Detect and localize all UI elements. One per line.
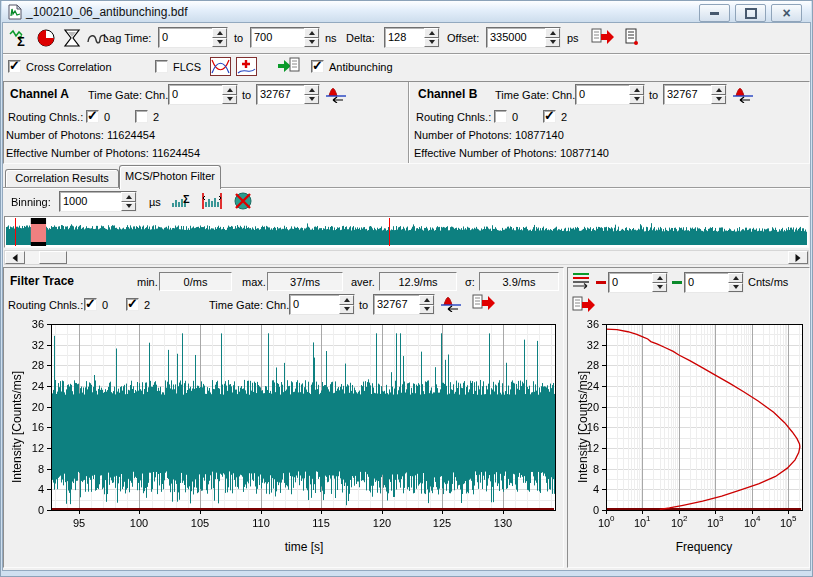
filter-to-label: to bbox=[359, 299, 368, 312]
scroll-right-button[interactable] bbox=[788, 251, 808, 264]
export-icon[interactable] bbox=[591, 28, 615, 46]
lower-level-field[interactable]: 0 bbox=[608, 272, 668, 293]
close-button[interactable]: × bbox=[771, 4, 802, 22]
antibunching-checkbox[interactable] bbox=[311, 60, 324, 73]
delta-field[interactable]: 128 bbox=[384, 27, 440, 48]
tab-mcs-photon-filter[interactable]: MCS/Photon Filter bbox=[119, 165, 221, 189]
channel-a-title: Channel A bbox=[10, 88, 69, 101]
channel-b-routing-label: Routing Chnls.: bbox=[416, 111, 491, 124]
restore-button[interactable] bbox=[735, 4, 766, 22]
ns-label: ns bbox=[325, 32, 337, 45]
sigma-value: 3.9/ms bbox=[479, 272, 559, 291]
channel-a-gate-from-field[interactable]: 0 bbox=[168, 84, 238, 105]
filter-gate-from-field[interactable]: 0 bbox=[289, 294, 355, 315]
channel-divider bbox=[408, 82, 410, 163]
mcs-range-icon[interactable] bbox=[201, 191, 223, 211]
channel-b-title: Channel B bbox=[418, 88, 477, 101]
tab-correlation-results[interactable]: Correlation Results bbox=[5, 169, 119, 188]
offset-field[interactable]: 335000 bbox=[486, 27, 561, 48]
lag-to-field[interactable]: 700 bbox=[250, 27, 320, 48]
min-value: 0/ms bbox=[159, 272, 232, 291]
delta-spinner[interactable] bbox=[424, 28, 439, 47]
aver-label: aver. bbox=[351, 276, 375, 289]
filter-gate-to-field[interactable]: 32767 bbox=[373, 294, 435, 315]
flcs-checkbox[interactable] bbox=[155, 60, 168, 73]
min-label: min. bbox=[137, 276, 158, 289]
overview-scrollbar[interactable] bbox=[4, 250, 809, 265]
overview-trace-canvas[interactable] bbox=[6, 218, 807, 246]
binning-spinner[interactable] bbox=[121, 192, 136, 211]
binning-field[interactable]: 1000 bbox=[59, 191, 137, 212]
filter-timegate-label: Time Gate: Chn. bbox=[209, 299, 289, 312]
app-window: _100210_06_antibunching.bdf × Σ Lag Time… bbox=[0, 0, 813, 577]
exit-icon[interactable] bbox=[623, 28, 641, 46]
channel-b-routing-0-checkbox[interactable] bbox=[494, 110, 507, 123]
export-icon[interactable] bbox=[572, 296, 596, 314]
cross-correlation-label: Cross Correlation bbox=[26, 61, 112, 74]
offset-label: Offset: bbox=[447, 32, 479, 45]
lag-to-spinner[interactable] bbox=[304, 28, 319, 47]
channel-a-routing-0-label: 0 bbox=[104, 111, 110, 124]
lag-from-field[interactable]: 0 bbox=[158, 27, 228, 48]
channel-b-routing-2-label: 2 bbox=[561, 111, 567, 124]
mcs-y-axis-title: Intensity [Counts/ms] bbox=[10, 371, 24, 483]
channel-b-gate-from-field[interactable]: 0 bbox=[575, 84, 645, 105]
time-gate-icon[interactable] bbox=[325, 84, 347, 103]
discard-icon[interactable] bbox=[233, 191, 254, 211]
channel-a-timegate-label: Time Gate: Chn. bbox=[88, 89, 168, 102]
client-area: Σ Lag Time: 0 to 700 ns Delta: 128 Offse… bbox=[3, 23, 810, 570]
title-bar[interactable]: _100210_06_antibunching.bdf × bbox=[2, 1, 811, 22]
ps-label: ps bbox=[567, 32, 579, 45]
channel-a-routing-2-checkbox[interactable] bbox=[135, 110, 148, 123]
channel-a-routing-0-checkbox[interactable] bbox=[86, 110, 99, 123]
upper-level-field[interactable]: 0 bbox=[684, 272, 744, 293]
freq-x-axis-title: Frequency bbox=[634, 541, 774, 554]
filter-routing-2-checkbox[interactable] bbox=[126, 298, 139, 311]
time-gate-icon[interactable] bbox=[732, 84, 754, 103]
channel-b-eff-photons: Effective Number of Photons: 10877140 bbox=[414, 147, 609, 160]
correlate-sum-icon[interactable]: Σ bbox=[9, 28, 31, 48]
lower-level-dash-icon bbox=[596, 281, 606, 284]
time-gate-icon[interactable] bbox=[440, 293, 462, 312]
toolbar-separator bbox=[3, 53, 810, 55]
mcs-x-axis-title: time [s] bbox=[234, 541, 374, 554]
channel-b-routing-0-label: 0 bbox=[512, 111, 518, 124]
channel-b-gate-to-field[interactable]: 32767 bbox=[663, 84, 727, 105]
antibunching-label: Antibunching bbox=[329, 61, 393, 74]
scroll-thumb[interactable] bbox=[39, 251, 67, 264]
svg-text:Σ: Σ bbox=[183, 193, 190, 205]
filter-trace-panel: Filter Trace min. 0/ms max. 37/ms aver. … bbox=[3, 267, 564, 568]
window-title: _100210_06_antibunching.bdf bbox=[26, 5, 187, 19]
minimize-button[interactable] bbox=[699, 4, 730, 22]
max-label: max. bbox=[242, 276, 266, 289]
import-doc-icon[interactable] bbox=[277, 57, 301, 75]
level-lines-icon[interactable] bbox=[572, 272, 592, 290]
binning-label: Binning: bbox=[11, 196, 51, 209]
filter-routing-0-label: 0 bbox=[102, 299, 108, 312]
mcs-trace-chart[interactable] bbox=[7, 318, 561, 540]
lag-time-label: Lag Time: bbox=[103, 32, 151, 45]
flcs-curves-icon[interactable] bbox=[210, 57, 231, 76]
freq-y-axis-title: Intensity [Counts/ms] bbox=[576, 371, 590, 483]
upper-level-dash-icon bbox=[672, 281, 682, 284]
max-value: 37/ms bbox=[267, 272, 343, 291]
scroll-left-button[interactable] bbox=[5, 251, 25, 264]
lag-from-spinner[interactable] bbox=[212, 28, 227, 47]
bin-sum-icon[interactable]: Σ bbox=[171, 191, 193, 211]
time-pie-icon[interactable] bbox=[36, 28, 56, 48]
hourglass-icon[interactable] bbox=[62, 28, 82, 48]
levels-unit-label: Cnts/ms bbox=[748, 276, 788, 289]
intensity-histogram-chart[interactable] bbox=[570, 318, 809, 540]
flcs-add-icon[interactable] bbox=[236, 57, 257, 76]
channel-a-photons: Number of Photons: 11624454 bbox=[6, 129, 155, 142]
filter-routing-0-checkbox[interactable] bbox=[84, 298, 97, 311]
offset-spinner[interactable] bbox=[545, 28, 560, 47]
export-icon[interactable] bbox=[472, 294, 496, 312]
overview-strip[interactable] bbox=[4, 216, 809, 248]
cross-correlation-checkbox[interactable] bbox=[8, 60, 21, 73]
delta-label: Delta: bbox=[346, 32, 375, 45]
channel-b-routing-2-checkbox[interactable] bbox=[543, 110, 556, 123]
channel-a-gate-to-field[interactable]: 32767 bbox=[256, 84, 320, 105]
flcs-label: FLCS bbox=[173, 61, 201, 74]
document-icon bbox=[7, 4, 23, 20]
